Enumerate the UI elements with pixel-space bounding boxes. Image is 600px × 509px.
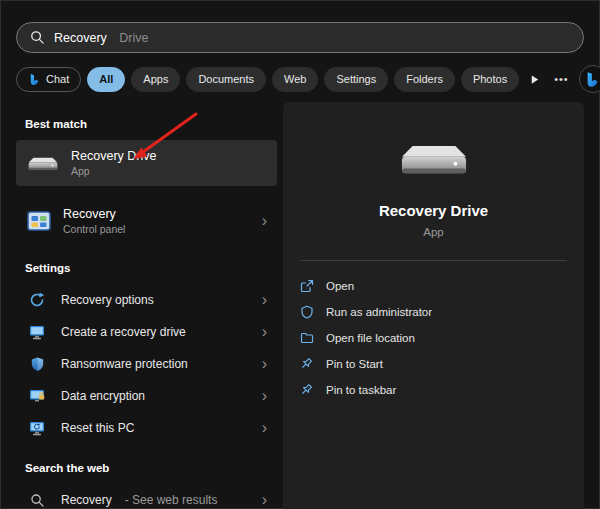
search-input[interactable]: Recovery Drive [16, 22, 584, 53]
preview-title: Recovery Drive [379, 202, 488, 219]
bing-icon [584, 71, 600, 88]
chevron-right-icon[interactable]: › [262, 420, 267, 436]
tab-all-label: All [99, 73, 113, 85]
chevron-right-icon[interactable]: › [262, 356, 267, 372]
settings-result-data-encryption[interactable]: Data encryption › [16, 380, 277, 412]
tab-folders[interactable]: Folders [394, 67, 455, 92]
settings-result-ransomware-protection[interactable]: Ransomware protection › [16, 348, 277, 380]
tab-photos[interactable]: Photos [461, 67, 519, 92]
play-icon [529, 74, 540, 85]
settings-result-label: Data encryption [61, 389, 145, 403]
more-options-button[interactable]: ••• [550, 73, 573, 85]
recovery-drive-icon [26, 152, 60, 175]
tab-documents-label: Documents [198, 73, 254, 85]
control-panel-title: Recovery [63, 207, 125, 221]
tab-apps[interactable]: Apps [131, 67, 180, 92]
pin-icon [300, 383, 314, 397]
settings-result-create-recovery-drive[interactable]: Create a recovery drive › [16, 316, 277, 348]
chevron-right-icon[interactable]: › [262, 324, 267, 340]
search-query-text: Recovery [54, 31, 107, 45]
tab-photos-label: Photos [473, 73, 507, 85]
web-search-result[interactable]: Recovery - See web results › [16, 484, 277, 509]
action-label: Open file location [326, 332, 415, 344]
tab-chat-label: Chat [46, 73, 69, 85]
settings-result-label: Ransomware protection [61, 357, 188, 371]
settings-result-reset-pc[interactable]: Reset this PC › [16, 412, 277, 444]
chevron-right-icon[interactable]: › [262, 213, 267, 229]
ellipsis-icon: ••• [554, 73, 569, 85]
play-button[interactable] [525, 74, 544, 85]
web-result-suffix: - See web results [125, 493, 218, 507]
shield-icon [26, 356, 48, 373]
search-icon [30, 30, 45, 45]
open-icon [300, 279, 314, 293]
search-suggestion-text: Drive [116, 31, 149, 45]
best-match-title: Recovery Drive [71, 149, 156, 163]
chevron-right-icon[interactable]: › [262, 292, 267, 308]
settings-result-recovery-options[interactable]: Recovery options › [16, 284, 277, 316]
action-pin-to-start[interactable]: Pin to Start [300, 352, 567, 376]
best-match-subtitle: App [71, 165, 156, 177]
tab-web[interactable]: Web [272, 67, 318, 92]
recovery-options-icon [26, 291, 48, 309]
tab-all[interactable]: All [87, 67, 125, 92]
action-open-file-location[interactable]: Open file location [300, 326, 567, 350]
monitor-icon [26, 323, 48, 341]
tab-settings[interactable]: Settings [324, 67, 388, 92]
windows-search-window: Recovery Drive Chat All Apps Documents W… [0, 0, 600, 509]
web-search-icon [26, 493, 48, 508]
preview-subtitle: App [423, 226, 443, 238]
tab-apps-label: Apps [143, 73, 168, 85]
control-panel-subtitle: Control panel [63, 223, 125, 235]
filter-tabs: Chat All Apps Documents Web Settings Fol… [16, 65, 584, 93]
action-label: Run as administrator [326, 306, 432, 318]
action-open[interactable]: Open [300, 274, 567, 298]
settings-result-label: Reset this PC [61, 421, 134, 435]
tab-settings-label: Settings [336, 73, 376, 85]
bing-chat-icon [28, 73, 41, 86]
chevron-right-icon[interactable]: › [262, 388, 267, 404]
control-panel-result[interactable]: Recovery Control panel › [16, 198, 277, 244]
chevron-right-icon[interactable]: › [262, 492, 267, 508]
monitor-refresh-icon [26, 419, 48, 437]
search-topbar: Recovery Drive Chat All Apps Documents W… [0, 0, 600, 93]
settings-heading: Settings [25, 262, 277, 274]
best-match-heading: Best match [25, 118, 277, 130]
admin-shield-icon [300, 305, 314, 319]
action-pin-to-taskbar[interactable]: Pin to taskbar [300, 378, 567, 402]
bing-logo[interactable] [579, 65, 600, 93]
action-label: Pin to Start [326, 358, 383, 370]
folder-icon [300, 331, 314, 345]
tab-folders-label: Folders [406, 73, 443, 85]
search-results-area: Best match Recovery Drive App [0, 102, 600, 509]
recovery-drive-large-icon [396, 134, 472, 184]
action-run-as-admin[interactable]: Run as administrator [300, 300, 567, 324]
preview-actions: Open Run as administrator Open file loca… [283, 261, 584, 415]
search-web-heading: Search the web [25, 462, 277, 474]
action-label: Pin to taskbar [326, 384, 396, 396]
tab-chat[interactable]: Chat [16, 67, 81, 92]
web-result-query: Recovery [61, 493, 112, 507]
tab-documents[interactable]: Documents [186, 67, 266, 92]
preview-panel: Recovery Drive App Open Run as administr… [283, 102, 584, 509]
best-match-item[interactable]: Recovery Drive App [16, 140, 277, 186]
control-panel-icon [26, 208, 52, 234]
tab-web-label: Web [284, 73, 306, 85]
action-label: Open [326, 280, 354, 292]
settings-result-label: Recovery options [61, 293, 154, 307]
settings-result-label: Create a recovery drive [61, 325, 186, 339]
pin-icon [300, 357, 314, 371]
results-column: Best match Recovery Drive App [0, 102, 283, 509]
monitor-lock-icon [26, 387, 48, 405]
